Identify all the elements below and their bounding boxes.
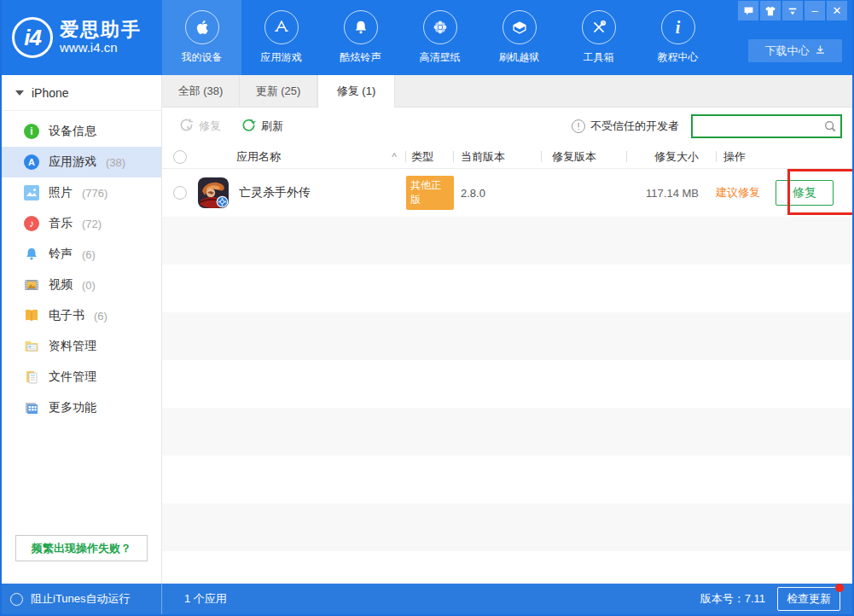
repair-row-button[interactable]: 修复	[776, 180, 834, 206]
info-circle-icon: i	[24, 124, 39, 139]
search-input[interactable]	[693, 116, 820, 137]
refresh-button[interactable]: 刷新	[241, 118, 283, 135]
update-notification-dot	[835, 584, 844, 592]
minimize-icon[interactable]: –	[805, 1, 825, 20]
nav-label: 高清壁纸	[420, 50, 461, 65]
type-badge: 其他正版	[406, 176, 454, 210]
device-selector[interactable]: iPhone	[2, 75, 161, 111]
column-operation[interactable]: 操作	[723, 149, 746, 165]
nav-label: 应用游戏	[261, 50, 302, 65]
table-row[interactable]: 亡灵杀手外传 其他正版 2.8.0 117.14 MB 建议修复 修复	[162, 169, 852, 217]
column-app-name[interactable]: 应用名称	[236, 149, 281, 165]
nav-my-devices[interactable]: 我的设备	[162, 0, 241, 75]
toolbar: 修复 刷新 ! 不受信任的开发者	[162, 108, 852, 145]
skin-icon[interactable]	[760, 1, 781, 20]
sidebar-item-videos[interactable]: 视频 (0)	[2, 270, 161, 300]
repair-button[interactable]: 修复	[179, 118, 221, 135]
column-fix-size[interactable]: 修复大小	[627, 149, 709, 165]
file-manage-icon	[24, 369, 39, 385]
nav-wallpapers[interactable]: 高清壁纸	[400, 0, 479, 75]
main-nav: 我的设备 应用游戏 酷炫铃声 高清壁纸	[162, 0, 717, 75]
column-fix-version[interactable]: 修复版本	[552, 149, 596, 165]
sidebar: iPhone i 设备信息 A 应用游戏 (38) 照片	[2, 75, 162, 584]
device-name: iPhone	[32, 86, 69, 100]
select-all-checkbox[interactable]	[173, 150, 187, 164]
box-icon	[503, 10, 537, 44]
sidebar-item-apps-games[interactable]: A 应用游戏 (38)	[2, 147, 161, 177]
search-box	[691, 114, 842, 138]
app-name: 亡灵杀手外传	[239, 185, 311, 200]
current-version-value: 2.8.0	[461, 187, 485, 200]
sidebar-item-photos[interactable]: 照片 (776)	[2, 177, 161, 208]
block-itunes-checkbox[interactable]	[10, 593, 23, 606]
main-content: 全部 (38) 更新 (25) 修复 (1) 修复 刷新	[162, 75, 852, 584]
apple-icon	[185, 10, 219, 44]
version-label: 版本号：7.11	[700, 591, 765, 607]
nav-label: 酷炫铃声	[340, 50, 381, 65]
row-checkbox[interactable]	[173, 186, 187, 200]
feedback-icon[interactable]	[738, 1, 758, 20]
logo-i4-text: i4	[24, 25, 41, 51]
nav-toolbox[interactable]: 工具箱	[559, 0, 638, 75]
sidebar-item-data-management[interactable]: 资料管理	[2, 331, 161, 362]
nav-ringtones[interactable]: 酷炫铃声	[321, 0, 400, 75]
block-itunes-toggle[interactable]: 阻止iTunes自动运行	[2, 584, 162, 614]
column-type[interactable]: 类型	[411, 149, 433, 165]
fix-size-value: 117.14 MB	[646, 187, 699, 200]
nav-label: 刷机越狱	[499, 50, 540, 65]
photos-icon	[24, 185, 39, 200]
empty-rows-area	[162, 217, 852, 584]
untrusted-developers-link[interactable]: ! 不受信任的开发者	[572, 119, 679, 134]
app-title: 爱思助手	[60, 20, 142, 40]
check-update-button[interactable]: 检查更新	[777, 587, 840, 611]
bell-icon	[344, 10, 378, 44]
suggest-repair-label: 建议修复	[716, 185, 760, 200]
more-features-icon	[24, 400, 39, 416]
nav-label: 工具箱	[584, 50, 614, 65]
appstore-blue-icon: A	[24, 154, 39, 170]
sidebar-item-ringtones[interactable]: 铃声 (6)	[2, 239, 161, 270]
tab-all[interactable]: 全部 (38)	[162, 75, 240, 108]
app-logo: i4 爱思助手 www.i4.cn	[2, 0, 162, 75]
nav-tutorials[interactable]: i 教程中心	[638, 0, 717, 75]
info-icon: i	[661, 10, 695, 44]
music-icon: ♪	[24, 216, 39, 231]
tab-update[interactable]: 更新 (25)	[240, 75, 317, 108]
frequent-failure-help-button[interactable]: 频繁出现操作失败？	[15, 535, 148, 561]
sidebar-item-more-features[interactable]: 更多功能	[2, 392, 161, 423]
i4-assistant-window: i4 爱思助手 www.i4.cn 我的设备 应用游戏	[0, 0, 854, 616]
nav-flash-jailbreak[interactable]: 刷机越狱	[479, 0, 559, 75]
sidebar-item-music[interactable]: ♪ 音乐 (72)	[2, 208, 161, 239]
column-current-version[interactable]: 当前版本	[461, 149, 505, 165]
status-bar: 阻止iTunes自动运行 1 个应用 版本号：7.11 检查更新	[2, 584, 852, 614]
tools-icon	[582, 10, 616, 44]
sidebar-item-device-info[interactable]: i 设备信息	[2, 116, 161, 147]
appstore-icon	[264, 10, 299, 44]
flower-icon	[423, 10, 457, 44]
window-controls: – ✕	[738, 1, 847, 20]
refresh-icon	[241, 118, 256, 135]
data-manage-icon	[24, 339, 39, 354]
sort-asc-icon[interactable]: ^	[392, 151, 397, 163]
nav-label: 我的设备	[182, 50, 223, 65]
ringtone-icon	[24, 247, 39, 262]
chevron-down-icon	[15, 90, 24, 96]
sidebar-item-ebooks[interactable]: 电子书 (6)	[2, 300, 161, 331]
repair-icon	[179, 118, 194, 135]
warning-icon: !	[572, 119, 585, 133]
app-count-label: 1 个应用	[184, 591, 227, 607]
table-header: 应用名称 ^ 类型 当前版本 修复版本 修复大小	[162, 145, 852, 169]
sidebar-item-file-management[interactable]: 文件管理	[2, 362, 161, 392]
app-icon	[198, 177, 229, 208]
download-center-button[interactable]: 下载中心	[748, 39, 842, 62]
video-icon	[24, 277, 39, 293]
ebook-icon	[24, 308, 39, 323]
app-url: www.i4.cn	[60, 40, 142, 55]
close-icon[interactable]: ✕	[827, 1, 847, 20]
tab-bar: 全部 (38) 更新 (25) 修复 (1)	[162, 75, 852, 108]
header: i4 爱思助手 www.i4.cn 我的设备 应用游戏	[2, 0, 852, 75]
tab-repair[interactable]: 修复 (1)	[317, 75, 395, 108]
search-icon[interactable]	[820, 119, 840, 133]
nav-apps-games[interactable]: 应用游戏	[241, 0, 321, 75]
menu-icon[interactable]	[782, 1, 803, 20]
